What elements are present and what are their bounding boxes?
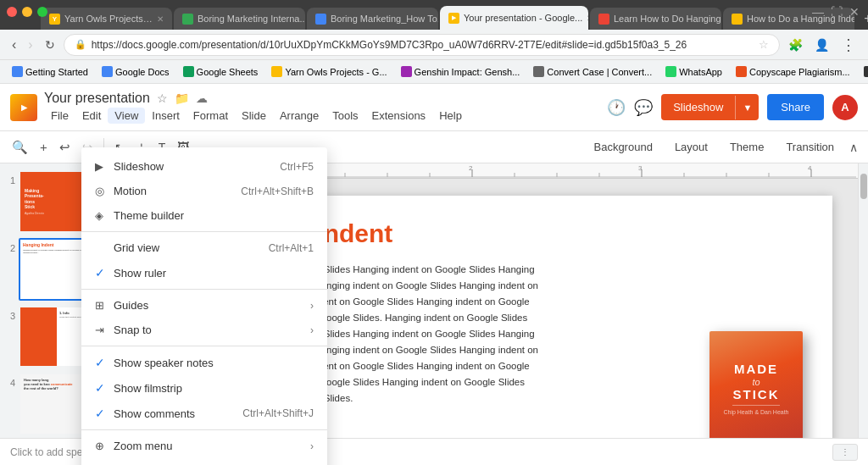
tab-5-label: Learn How to Do Hanging... bbox=[614, 14, 721, 24]
scrollbar-right[interactable] bbox=[858, 163, 868, 438]
user-avatar[interactable]: A bbox=[832, 95, 858, 120]
bookmark-getting-started[interactable]: Getting Started bbox=[7, 64, 93, 79]
bookmark-yarn[interactable]: Yarn Owls Projects - G... bbox=[266, 64, 392, 79]
slideshow-shortcut: Ctrl+F5 bbox=[280, 161, 314, 173]
share-button[interactable]: Share bbox=[767, 94, 824, 120]
background-btn[interactable]: Background bbox=[583, 136, 662, 158]
show-ruler-check: ✓ bbox=[95, 266, 114, 280]
profile-btn[interactable]: 👤 bbox=[811, 35, 832, 55]
transition-btn[interactable]: Transition bbox=[776, 136, 844, 158]
slideshow-menu-label: Slideshow bbox=[114, 160, 280, 173]
bookmark-docs[interactable]: Google Docs bbox=[97, 64, 175, 79]
slide-num-1: 1 bbox=[3, 170, 15, 185]
add-btn[interactable]: + bbox=[35, 136, 53, 158]
tab-3[interactable]: Boring Marketing_How To... ✕ bbox=[307, 8, 438, 30]
menu-file[interactable]: File bbox=[44, 108, 75, 124]
tab-4-label: Your presentation - Google... bbox=[464, 13, 582, 23]
undo-btn[interactable]: ↩ bbox=[54, 136, 75, 158]
menu-item-filmstrip[interactable]: ✓ Show filmstrip bbox=[81, 375, 327, 401]
extensions-btn[interactable]: 🧩 bbox=[785, 35, 806, 55]
menu-item-show-ruler[interactable]: ✓ Show ruler bbox=[81, 260, 327, 285]
bottom-scrollbar[interactable]: ⋮ bbox=[832, 444, 858, 461]
menu-tools[interactable]: Tools bbox=[326, 108, 364, 124]
app-title: Your presentation bbox=[44, 91, 150, 106]
tab-1-label: Yarn Owls Projects - Goo... bbox=[64, 14, 153, 24]
menu-view[interactable]: View bbox=[108, 108, 145, 124]
motion-menu-label: Motion bbox=[114, 185, 241, 197]
guides-arrow: › bbox=[310, 300, 314, 312]
tab-4-close[interactable]: ✕ bbox=[587, 14, 588, 23]
show-comments-shortcut: Ctrl+Alt+Shift+J bbox=[242, 407, 314, 419]
slideshow-btn-group: Slideshow ▼ bbox=[661, 94, 759, 120]
menu-help[interactable]: Help bbox=[432, 108, 469, 124]
browser-maximize[interactable]: ⛶ bbox=[831, 5, 843, 19]
menu-insert[interactable]: Insert bbox=[145, 108, 186, 124]
menu-item-show-comments[interactable]: ✓ Show comments Ctrl+Alt+Shift+J bbox=[81, 401, 327, 426]
menu-dots-btn[interactable]: ⋮ bbox=[837, 32, 860, 58]
menu-format[interactable]: Format bbox=[186, 108, 235, 124]
menu-item-theme-builder[interactable]: ◈ Theme builder bbox=[81, 203, 327, 228]
tab-1[interactable]: Y Yarn Owls Projects - Goo... ✕ bbox=[41, 8, 172, 30]
bookmark-convert[interactable]: Convert Case | Convert... bbox=[528, 64, 657, 79]
show-comments-check: ✓ bbox=[95, 407, 114, 420]
move-icon[interactable]: 📁 bbox=[175, 91, 189, 105]
menu-item-grid-view[interactable]: ✓ Grid view Ctrl+Alt+1 bbox=[81, 235, 327, 260]
menu-item-speaker-notes[interactable]: ✓ Show speaker notes bbox=[81, 350, 327, 375]
menu-item-fullscreen[interactable]: ⛶ Full screen bbox=[81, 458, 327, 465]
menu-item-motion[interactable]: ◎ Motion Ctrl+Alt+Shift+B bbox=[81, 179, 327, 203]
reload-btn[interactable]: ↻ bbox=[42, 35, 58, 55]
snap-to-arrow: › bbox=[310, 324, 314, 336]
menu-edit[interactable]: Edit bbox=[75, 108, 108, 124]
filmstrip-check: ✓ bbox=[95, 381, 114, 395]
back-btn[interactable]: ‹ bbox=[8, 34, 19, 56]
menu-item-snap-to[interactable]: ⇥ Snap to › bbox=[81, 318, 327, 342]
show-comments-label: Show comments bbox=[114, 407, 242, 420]
snap-to-label: Snap to bbox=[114, 324, 310, 336]
menu-extensions[interactable]: Extensions bbox=[365, 108, 433, 124]
menu-slide[interactable]: Slide bbox=[235, 108, 273, 124]
theme-btn[interactable]: Theme bbox=[720, 136, 774, 158]
bookmark-genshin[interactable]: Genshin Impact: Gensh... bbox=[396, 64, 526, 79]
tab-2[interactable]: Boring Marketing Interna... ✕ bbox=[174, 8, 305, 30]
zoom-arrow: › bbox=[310, 440, 314, 452]
cloud-icon[interactable]: ☁ bbox=[196, 91, 208, 105]
menu-item-slideshow[interactable]: ▶ Slideshow Ctrl+F5 bbox=[81, 154, 327, 179]
theme-builder-icon: ◈ bbox=[95, 209, 114, 222]
bookmark-star[interactable]: ☆ bbox=[759, 38, 769, 51]
layout-btn[interactable]: Layout bbox=[665, 136, 718, 158]
zoom-btn[interactable]: 🔍 bbox=[7, 136, 33, 158]
star-icon[interactable]: ☆ bbox=[157, 91, 168, 105]
collapse-toolbar-btn[interactable]: ∧ bbox=[846, 137, 861, 158]
slideshow-menu-icon: ▶ bbox=[95, 160, 114, 173]
bookmark-whatsapp[interactable]: WhatsApp bbox=[660, 64, 727, 79]
menu-arrange[interactable]: Arrange bbox=[273, 108, 326, 124]
slideshow-dropdown-btn[interactable]: ▼ bbox=[735, 96, 759, 119]
slide-num-3: 3 bbox=[3, 306, 15, 321]
svg-text:4: 4 bbox=[808, 164, 812, 172]
show-ruler-label: Show ruler bbox=[114, 267, 246, 280]
comment-icon[interactable]: 💬 bbox=[634, 98, 653, 117]
guides-label: Guides bbox=[114, 299, 310, 312]
svg-text:2: 2 bbox=[469, 164, 473, 172]
slideshow-button[interactable]: Slideshow bbox=[661, 94, 735, 120]
forward-btn[interactable]: › bbox=[25, 34, 36, 56]
history-icon[interactable]: 🕐 bbox=[607, 98, 626, 117]
tab-5[interactable]: Learn How to Do Hanging... ✕ bbox=[590, 8, 721, 30]
slide-num-4: 4 bbox=[3, 373, 15, 388]
zoom-menu-icon: ⊕ bbox=[95, 440, 114, 452]
tab-2-label: Boring Marketing Interna... bbox=[198, 14, 305, 24]
speaker-notes-check: ✓ bbox=[95, 356, 114, 369]
address-input[interactable] bbox=[92, 39, 754, 51]
bookmark-sheets[interactable]: Google Sheets bbox=[178, 64, 264, 79]
menu-item-zoom[interactable]: ⊕ Zoom menu › bbox=[81, 434, 327, 458]
browser-minimize[interactable]: — bbox=[812, 5, 824, 19]
menu-item-guides[interactable]: ⊞ Guides › bbox=[81, 293, 327, 318]
browser-close[interactable]: ✕ bbox=[849, 5, 860, 19]
bookmark-novels[interactable]: 7 Illustrated Novels fo... bbox=[859, 64, 868, 79]
bookmark-copyscape[interactable]: Copyscape Plagiarism... bbox=[731, 64, 855, 79]
tab-4-active[interactable]: ▶ Your presentation - Google... ✕ bbox=[440, 6, 588, 30]
zoom-menu-label: Zoom menu bbox=[114, 440, 310, 452]
tab-1-close[interactable]: ✕ bbox=[157, 14, 164, 24]
book-image: MADE to STICK Chip Heath & Dan Heath bbox=[709, 331, 803, 438]
svg-text:3: 3 bbox=[638, 164, 643, 172]
